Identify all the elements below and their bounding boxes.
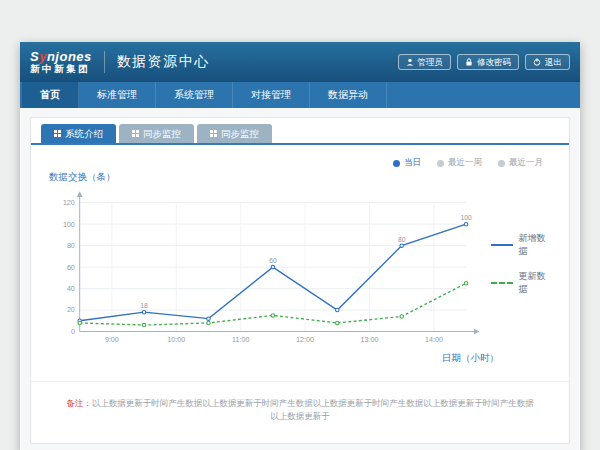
svg-text:10:00: 10:00	[167, 335, 185, 344]
time-range-filters: 当日 最近一周 最近一月	[47, 157, 553, 169]
filter-dot-icon	[498, 160, 505, 167]
nav-item-system-mgmt[interactable]: 系统管理	[156, 82, 233, 108]
filter-today[interactable]: 当日	[393, 157, 421, 169]
svg-text:0: 0	[71, 327, 75, 336]
header-divider	[104, 51, 105, 73]
brand-logo[interactable]: Synjones 新中新集团	[30, 50, 92, 75]
logo-text: Synjones	[30, 50, 92, 64]
filter-dot-icon	[393, 160, 400, 167]
tab-label: 系统介绍	[65, 128, 103, 139]
header-actions: 管理员 修改密码 退出	[398, 54, 571, 71]
content-area: 系统介绍 同步监控 同步监控 当日	[20, 108, 580, 450]
grid-icon	[210, 130, 217, 137]
change-password-label: 修改密码	[477, 58, 511, 67]
svg-text:13:00: 13:00	[360, 335, 378, 344]
svg-text:100: 100	[460, 215, 471, 222]
svg-text:18: 18	[140, 303, 148, 310]
filter-label: 最近一周	[448, 157, 482, 169]
solid-line-icon	[491, 244, 512, 246]
power-icon	[533, 58, 541, 66]
logout-button[interactable]: 退出	[525, 54, 570, 71]
svg-text:11:00: 11:00	[232, 335, 249, 344]
filter-last-week[interactable]: 最近一周	[437, 157, 482, 169]
svg-text:40: 40	[67, 284, 75, 293]
note-prefix: 备注：	[66, 398, 92, 408]
svg-text:80: 80	[398, 236, 406, 243]
app-header: Synjones 新中新集团 数据资源中心 管理员 修改密码 退出	[20, 42, 580, 82]
tab-sync-monitor-1[interactable]: 同步监控	[119, 124, 194, 143]
svg-text:9:00: 9:00	[105, 335, 119, 344]
svg-text:12:00: 12:00	[296, 335, 314, 344]
chart-row: 0204060801001209:0010:0011:0012:0013:001…	[47, 186, 553, 354]
app-window: Synjones 新中新集团 数据资源中心 管理员 修改密码 退出 首页 标准管…	[20, 42, 580, 450]
admin-user-button[interactable]: 管理员	[398, 54, 452, 71]
logo-subtitle: 新中新集团	[30, 64, 92, 74]
svg-text:100: 100	[63, 220, 75, 229]
filter-last-month[interactable]: 最近一月	[498, 157, 543, 169]
nav-item-data-change[interactable]: 数据异动	[310, 82, 387, 108]
legend-updated-data: 更新数据	[491, 270, 553, 296]
svg-text:60: 60	[67, 263, 75, 272]
chart-section: 当日 最近一周 最近一月 数据交换（条） 0204060801001209:00…	[31, 145, 569, 365]
legend-new-data: 新增数据	[491, 232, 553, 258]
filter-label: 当日	[404, 157, 421, 169]
logo-accent: y	[39, 49, 47, 64]
note-text: 以上数据更新于时间产生数据以上数据更新于时间产生数据以上数据更新于时间产生数据以…	[92, 398, 534, 421]
legend-label: 新增数据	[519, 232, 553, 258]
svg-text:20: 20	[67, 306, 75, 315]
nav-item-connect-mgmt[interactable]: 对接管理	[233, 82, 310, 108]
svg-text:14:00: 14:00	[425, 335, 443, 344]
tab-label: 同步监控	[221, 128, 259, 139]
grid-icon	[132, 130, 139, 137]
admin-user-label: 管理员	[418, 58, 444, 67]
footer-note: 备注：以上数据更新于时间产生数据以上数据更新于时间产生数据以上数据更新于时间产生…	[31, 381, 569, 443]
svg-text:60: 60	[269, 258, 277, 265]
series-legend: 新增数据 更新数据	[491, 232, 553, 296]
svg-text:120: 120	[63, 199, 75, 208]
tab-sync-monitor-2[interactable]: 同步监控	[197, 124, 272, 143]
legend-label: 更新数据	[519, 270, 553, 296]
main-nav: 首页 标准管理 系统管理 对接管理 数据异动	[20, 82, 580, 108]
logout-label: 退出	[545, 58, 562, 67]
change-password-button[interactable]: 修改密码	[457, 54, 519, 71]
user-icon	[406, 58, 414, 66]
filter-label: 最近一月	[509, 157, 543, 169]
tab-bar: 系统介绍 同步监控 同步监控	[31, 118, 569, 145]
main-panel: 系统介绍 同步监控 同步监控 当日	[30, 117, 570, 444]
dashed-line-icon	[491, 282, 512, 284]
lock-icon	[465, 58, 473, 66]
grid-icon	[54, 130, 61, 137]
y-axis-title: 数据交换（条）	[49, 171, 553, 184]
tab-label: 同步监控	[143, 128, 181, 139]
page-title: 数据资源中心	[117, 53, 210, 71]
filter-dot-icon	[437, 160, 444, 167]
line-chart: 0204060801001209:0010:0011:0012:0013:001…	[47, 186, 481, 354]
nav-item-home[interactable]: 首页	[22, 82, 79, 108]
svg-text:80: 80	[67, 241, 75, 250]
tab-system-intro[interactable]: 系统介绍	[41, 124, 116, 143]
nav-item-standard-mgmt[interactable]: 标准管理	[79, 82, 156, 108]
